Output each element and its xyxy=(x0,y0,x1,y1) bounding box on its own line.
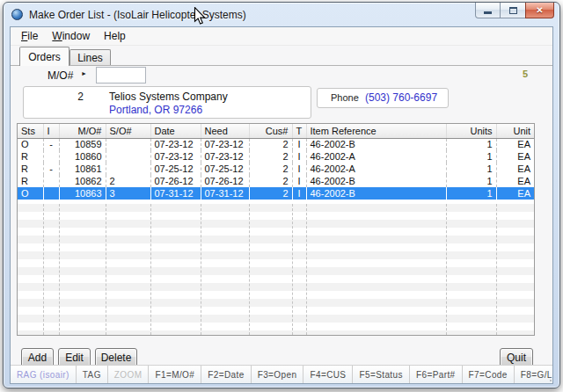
col-mo: M/O# xyxy=(59,124,106,138)
menu-help[interactable]: Help xyxy=(97,28,133,44)
mouse-cursor-icon xyxy=(194,7,206,29)
table-row[interactable]: R-1086107-25-1207-25-122I46-2002-A1EA xyxy=(18,163,534,175)
col-i: I xyxy=(43,124,59,138)
status-tag[interactable]: TAG xyxy=(77,366,108,383)
col-unit: Unit xyxy=(496,124,534,138)
col-sts: Sts xyxy=(18,124,43,138)
tab-lines[interactable]: Lines xyxy=(69,49,111,66)
title-bar[interactable]: Make Order List - (IsoLair Helicopter Sy… xyxy=(4,3,559,26)
customer-name: Telios Systems Company xyxy=(109,91,228,103)
table-row[interactable]: R1086007-23-1207-23-122I46-2002-A1EA xyxy=(18,150,534,163)
orders-table: Sts I M/O# S/O# Date Need Cus# T Item Re… xyxy=(17,123,535,336)
status-f2-date[interactable]: F2=Date xyxy=(201,366,251,383)
maximize-button[interactable] xyxy=(501,3,525,18)
close-icon: ✕ xyxy=(536,5,543,15)
window-title: Make Order List - (IsoLair Helicopter Sy… xyxy=(29,9,246,21)
status-rag[interactable]: RAG (isoair) xyxy=(11,366,77,383)
status-f6-part[interactable]: F6=Part# xyxy=(410,366,463,383)
col-need: Need xyxy=(201,124,249,138)
status-bar: RAG (isoair) TAG ZOOM F1=M/O# F2=Date F3… xyxy=(11,365,552,383)
col-cus: Cus# xyxy=(249,124,292,138)
table-row-selected[interactable]: O10863307-31-1207-31-122I46-2002-B1EA xyxy=(18,187,534,200)
mo-number-label: M/O# xyxy=(48,69,73,82)
record-count: 5 xyxy=(515,69,528,79)
menu-file[interactable]: File xyxy=(14,28,45,44)
status-zoom[interactable]: ZOOM xyxy=(108,366,150,383)
status-f8-gl[interactable]: F8=G/L xyxy=(515,366,552,383)
phone-number: (503) 760-6697 xyxy=(365,91,437,104)
caption-buttons: ✕ xyxy=(475,3,554,18)
maximize-icon xyxy=(509,7,517,14)
status-f5-status[interactable]: F5=Status xyxy=(353,366,409,383)
tab-orders[interactable]: Orders xyxy=(19,47,69,66)
col-units: Units xyxy=(446,124,496,138)
status-f3-open[interactable]: F3=Open xyxy=(252,366,304,383)
table-header: Sts I M/O# S/O# Date Need Cus# T Item Re… xyxy=(18,124,534,138)
minimize-icon xyxy=(484,11,492,14)
table-row[interactable]: O-1085907-23-1207-23-122I46-2002-B1EA xyxy=(18,138,534,150)
phone-card: Phone (503) 760-6697 xyxy=(317,88,449,108)
status-f4-cus[interactable]: F4=CUS xyxy=(303,366,353,383)
col-item-reference: Item Reference xyxy=(306,124,446,138)
tab-panel-border xyxy=(11,65,552,66)
customer-location: Portland, OR 97266 xyxy=(109,104,202,116)
customer-card: 2 Telios Systems Company Portland, OR 97… xyxy=(23,86,311,119)
table-row[interactable]: R10862207-26-1207-26-122I46-2002-B1EA xyxy=(18,175,534,187)
menu-bar: File Window Help xyxy=(11,27,552,46)
menu-window[interactable]: Window xyxy=(45,28,97,44)
phone-label: Phone xyxy=(331,92,359,103)
customer-number: 2 xyxy=(57,91,84,103)
app-icon xyxy=(11,9,23,20)
close-button[interactable]: ✕ xyxy=(525,3,554,18)
col-so: S/O# xyxy=(106,124,150,138)
mo-number-input[interactable] xyxy=(96,67,146,83)
col-t: T xyxy=(292,124,306,138)
col-date: Date xyxy=(150,124,201,138)
client-area: File Window Help Orders Lines M/O# ► 5 2… xyxy=(10,26,553,384)
status-f7-code[interactable]: F7=Code xyxy=(463,366,515,383)
minimize-button[interactable] xyxy=(475,3,501,18)
table-empty-area xyxy=(18,200,534,335)
right-arrow-icon: ► xyxy=(81,70,87,76)
status-f1-mo[interactable]: F1=M/O# xyxy=(149,366,201,383)
app-window: Make Order List - (IsoLair Helicopter Sy… xyxy=(3,2,560,388)
